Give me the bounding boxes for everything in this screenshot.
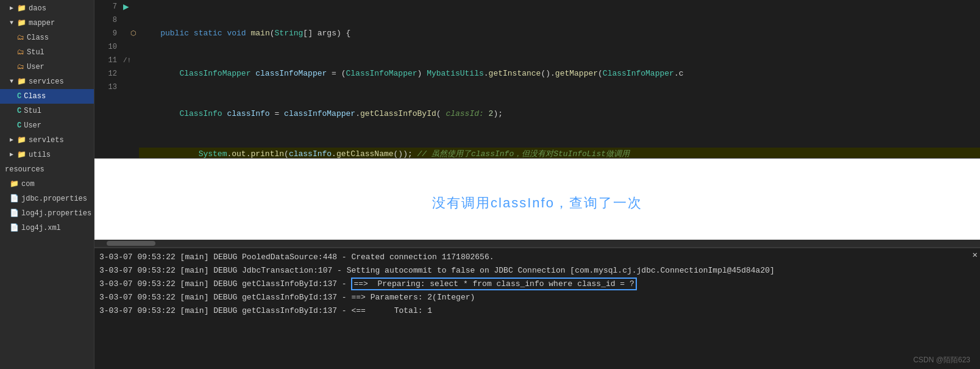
sidebar-item-daos[interactable]: ▶ 📁 daos — [0, 1, 94, 16]
sidebar-label: utils — [29, 149, 51, 161]
sidebar-item-servlets[interactable]: ▶ 📁 servlets — [0, 133, 94, 148]
file-icon: 📄 — [10, 222, 19, 234]
warning-icon-line10: /! — [123, 54, 131, 67]
bookmark-icon-line9: ⬡ — [130, 27, 137, 40]
sidebar-item-resources[interactable]: resources — [0, 162, 94, 177]
sidebar-label: User — [27, 61, 44, 73]
console-line-2: 3-03-07 09:53:22 [main] DEBUG JdbcTransa… — [99, 264, 975, 278]
console-line-1: 3-03-07 09:53:22 [main] DEBUG PooledData… — [99, 251, 975, 264]
run-icon[interactable]: ▶ — [123, 1, 129, 14]
arrow-icon: ▶ — [10, 134, 13, 146]
sidebar-item-class-mapper[interactable]: 🗂 Class — [0, 30, 94, 45]
sidebar-item-jdbc[interactable]: 📄 jdbc.properties — [0, 192, 94, 206]
code-editor-area: 7 8 9 10 11 12 13 ▶ ⬡ /! public static v… — [94, 0, 980, 159]
sidebar-label: log4j.properties — [21, 207, 91, 220]
line-num-8: 8 — [94, 13, 117, 27]
console-line-5: 3-03-07 09:53:22 [main] DEBUG getClassIn… — [99, 304, 975, 318]
sidebar-item-class-service[interactable]: C Class — [0, 89, 94, 104]
main-area: ▶ 📁 daos ▼ 📁 mapper 🗂 Class 🗂 Stul 🗂 Use… — [0, 0, 980, 369]
code-line-10: System.out.println(classInfo.getClassNam… — [139, 148, 980, 158]
file-icon: C — [17, 120, 21, 132]
gutter: ▶ ⬡ /! — [122, 0, 139, 158]
sidebar-label: Class — [24, 90, 46, 102]
line-num-12: 12 — [94, 67, 117, 81]
folder-icon: 📁 — [17, 2, 26, 15]
file-icon: 🗂 — [17, 32, 24, 44]
line-num-10: 10 — [94, 40, 117, 54]
sidebar-item-utils[interactable]: ▶ 📁 utils — [0, 148, 94, 162]
right-panel: 7 8 9 10 11 12 13 ▶ ⬡ /! public static v… — [94, 0, 980, 369]
sidebar-item-user-service[interactable]: C User — [0, 118, 94, 133]
sidebar-label: com — [21, 178, 35, 190]
folder-icon: 📁 — [17, 134, 26, 146]
console-area: ✕ 3-03-07 09:53:22 [main] DEBUG PooledDa… — [94, 247, 980, 369]
sidebar-label: Class — [27, 32, 49, 44]
sidebar-label: Stul — [27, 46, 44, 59]
sidebar-label: Stul — [24, 105, 41, 117]
sidebar-item-com[interactable]: 📁 com — [0, 177, 94, 192]
code-line-7: public static void main(String[] args) { — [139, 27, 980, 40]
annotation-text: 没有调用classInfo，查询了一次 — [432, 194, 642, 212]
line-num-11: 11 — [94, 54, 117, 67]
console-line-4: 3-03-07 09:53:22 [main] DEBUG getClassIn… — [99, 291, 975, 304]
close-button[interactable]: ✕ — [973, 249, 978, 260]
sidebar-label: mapper — [29, 17, 55, 29]
sidebar-label: jdbc.properties — [21, 193, 87, 205]
sidebar-label: resources — [5, 163, 44, 176]
file-icon: 🗂 — [17, 46, 24, 59]
file-icon: 📄 — [10, 193, 19, 205]
sidebar-item-mapper[interactable]: ▼ 📁 mapper — [0, 16, 94, 30]
horizontal-scrollbar[interactable] — [94, 240, 980, 247]
sidebar-item-services[interactable]: ▼ 📁 services — [0, 74, 94, 89]
sidebar-item-user-mapper[interactable]: 🗂 User — [0, 60, 94, 74]
line-numbers: 7 8 9 10 11 12 13 — [94, 0, 122, 158]
code-line-8: ClassInfoMapper classInfoMapper = (Class… — [139, 67, 980, 81]
arrow-icon: ▼ — [10, 17, 13, 29]
sidebar-item-log4j-xml[interactable]: 📄 log4j.xml — [0, 221, 94, 235]
sidebar-label: daos — [29, 2, 46, 15]
code-line-9: ClassInfo classInfo = classInfoMapper.ge… — [139, 107, 980, 121]
folder-icon: 📁 — [17, 76, 26, 88]
arrow-icon: ▶ — [10, 149, 13, 161]
arrow-icon: ▼ — [10, 76, 13, 88]
file-icon: 📄 — [10, 207, 19, 220]
sidebar-item-stu-mapper[interactable]: 🗂 Stul — [0, 45, 94, 60]
code-content[interactable]: public static void main(String[] args) {… — [139, 0, 980, 158]
console-line-3: 3-03-07 09:53:22 [main] DEBUG getClassIn… — [99, 278, 975, 291]
folder-icon: 📁 — [17, 17, 26, 29]
scrollbar-thumb[interactable] — [107, 241, 155, 246]
line-num-9: 9 — [94, 27, 117, 40]
sidebar-label: services — [29, 76, 64, 88]
sidebar-label: User — [24, 120, 41, 132]
arrow-icon: ▶ — [10, 2, 13, 15]
file-icon: C — [17, 105, 21, 117]
line-num-13: 13 — [94, 81, 117, 94]
sidebar-label: log4j.xml — [21, 222, 61, 234]
annotation-area: 没有调用classInfo，查询了一次 — [94, 159, 980, 247]
watermark: CSDN @陌陌623 — [913, 355, 970, 365]
file-icon: 🗂 — [17, 61, 24, 73]
sidebar-item-stu-service[interactable]: C Stul — [0, 104, 94, 118]
folder-icon: 📁 — [17, 149, 26, 161]
sidebar: ▶ 📁 daos ▼ 📁 mapper 🗂 Class 🗂 Stul 🗂 Use… — [0, 0, 94, 369]
line-num-7: 7 — [94, 0, 117, 13]
sidebar-label: servlets — [29, 134, 64, 146]
sidebar-item-log4j[interactable]: 📄 log4j.properties — [0, 206, 94, 221]
console-content: 3-03-07 09:53:22 [main] DEBUG PooledData… — [94, 248, 980, 320]
folder-icon: 📁 — [10, 178, 19, 190]
file-icon: C — [17, 90, 21, 102]
